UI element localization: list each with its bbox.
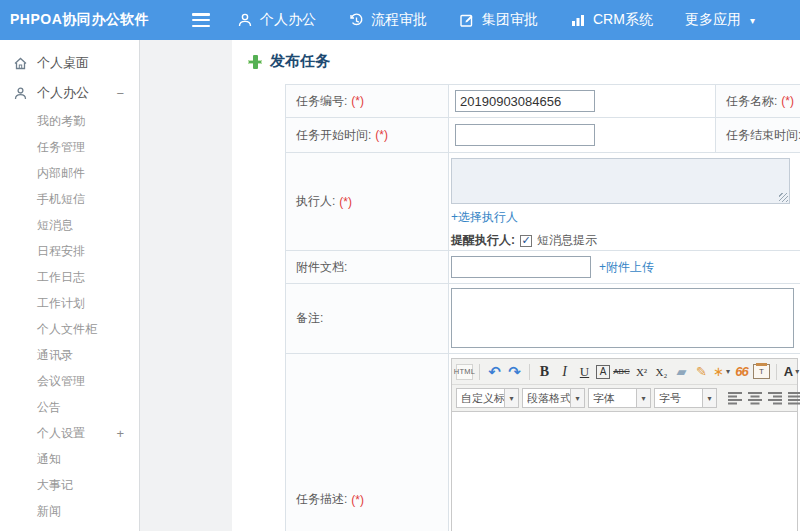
undo-icon[interactable]: ↶ [486,362,503,381]
app-logo: PHPOA协同办公软件 [10,0,149,40]
end-time-label: 任务结束时间:(*) [716,118,800,153]
task-description-label: 任务描述:(*) [286,354,449,531]
sms-remind-checkbox[interactable]: ✓ [520,235,532,247]
toolbar-separator [776,364,777,380]
editor-toolbar-row1: HTML ↶ ↷ B I U A ABC X² X₂ ▰ ✎ ∗▾ 66 T [452,359,797,385]
menu-toggle-icon[interactable] [192,13,210,27]
nav-group-approval[interactable]: 集团审批 [459,11,538,29]
blockquote-button[interactable]: 66 [733,362,750,381]
task-no-label: 任务编号:(*) [286,85,449,118]
sidebar-item-sms[interactable]: 手机短信 [0,186,139,212]
remove-format-eraser-icon[interactable]: ▰ [673,362,690,381]
sidebar-item-meeting-management[interactable]: 会议管理 [0,368,139,394]
sidebar-item-notice[interactable]: 通知 [0,446,139,472]
font-family-select[interactable]: 字体▾ [588,388,651,408]
chevron-down-icon: ▾ [504,389,518,407]
paste-text-icon[interactable]: T [753,364,770,379]
page-title: 发布任务 [248,52,330,71]
toolbar-separator [529,364,530,380]
add-plus-icon [248,55,262,69]
chevron-down-icon: ▾ [570,389,584,407]
home-icon [13,56,28,71]
sidebar-item-internal-mail[interactable]: 内部邮件 [0,160,139,186]
bold-button[interactable]: B [536,362,553,381]
remark-label: 备注: [286,284,449,354]
resize-grip-icon[interactable] [779,193,788,202]
task-no-cell [449,85,716,118]
task-no-input[interactable] [455,90,595,112]
remind-executor-label: 提醒执行人: [451,232,515,249]
expand-icon[interactable]: + [116,426,124,441]
remark-cell [449,284,800,354]
sidebar-item-work-plan[interactable]: 工作计划 [0,290,139,316]
chevron-down-icon: ▾ [702,389,716,407]
executor-textarea[interactable] [451,158,790,204]
align-right-icon[interactable] [768,391,784,405]
quick-format-wand-icon[interactable]: ∗▾ [713,362,730,381]
align-center-icon[interactable] [748,391,764,405]
remark-textarea[interactable] [451,288,794,348]
alignment-group [728,391,800,405]
start-time-input[interactable] [455,124,595,146]
sidebar-item-personal-office[interactable]: 个人办公 − [0,78,139,108]
sidebar-item-personal-files[interactable]: 个人文件柜 [0,316,139,342]
sidebar-item-personal-settings[interactable]: 个人设置 + [0,420,139,446]
sms-remind-label: 短消息提示 [537,232,597,249]
history-clock-icon [348,12,364,28]
sidebar-item-memorabilia[interactable]: 大事记 [0,472,139,498]
editor-content-area[interactable] [452,412,797,531]
collapse-icon[interactable]: − [116,86,124,101]
italic-button[interactable]: I [556,362,573,381]
sidebar-item-task-management[interactable]: 任务管理 [0,134,139,160]
executor-label: 执行人:(*) [286,153,449,251]
sidebar: 个人桌面 个人办公 − 我的考勤 任务管理 内部邮件 手机短信 短消息 日程安排… [0,40,140,531]
custom-title-select[interactable]: 自定义标题▾ [456,388,519,408]
start-time-cell [449,118,716,153]
sidebar-item-personal-desktop[interactable]: 个人桌面 [0,48,139,78]
publish-task-form: 任务编号:(*) 任务名称:(*) 任务开始时间:(*) 任务结束时间:(*) … [285,84,800,531]
html-source-button[interactable]: HTML [456,364,473,380]
choose-executor-link[interactable]: +选择执行人 [451,210,518,224]
superscript-button[interactable]: X² [633,362,650,381]
strikethrough-button[interactable]: ABC [613,362,630,381]
edit-icon [459,12,475,28]
page-title-text: 发布任务 [270,52,330,71]
nav-personal-office[interactable]: 个人办公 [237,11,316,29]
font-size-select[interactable]: 字号▾ [654,388,717,408]
sidebar-item-announcement[interactable]: 公告 [0,394,139,420]
attachment-cell: +附件上传 [449,251,800,284]
subscript-button[interactable]: X₂ [653,362,670,381]
sidebar-item-news[interactable]: 新闻 [0,498,139,524]
chevron-down-icon: ▾ [636,389,650,407]
topbar: PHPOA协同办公软件 个人办公 流程审批 集团审批 CRM系统 更多应用 ▾ [0,0,800,40]
user-icon [13,86,28,101]
align-justify-icon[interactable] [788,391,800,405]
main-content-panel: 发布任务 任务编号:(*) 任务名称:(*) 任务开始时间:(*) 任务结束时间… [232,40,800,531]
attachment-input[interactable] [451,256,591,278]
nav-crm-system[interactable]: CRM系统 [570,11,653,29]
font-attribute-button[interactable]: A [596,365,610,379]
rich-text-editor: HTML ↶ ↷ B I U A ABC X² X₂ ▰ ✎ ∗▾ 66 T [451,358,798,531]
task-name-label: 任务名称:(*) [716,85,800,118]
sidebar-item-work-log[interactable]: 工作日志 [0,264,139,290]
sidebar-item-contacts[interactable]: 通讯录 [0,342,139,368]
attachment-upload-link[interactable]: +附件上传 [599,259,654,276]
align-left-icon[interactable] [728,391,744,405]
sidebar-item-schedule[interactable]: 日程安排 [0,238,139,264]
top-navigation: 个人办公 流程审批 集团审批 CRM系统 更多应用 ▾ [237,0,755,40]
user-icon [237,12,253,28]
underline-button[interactable]: U [576,362,593,381]
executor-cell: +选择执行人 提醒执行人: ✓ 短消息提示 [449,153,800,251]
font-color-button[interactable]: A▾ [783,362,800,381]
paragraph-format-select[interactable]: 段落格式▾ [522,388,585,408]
task-description-cell: HTML ↶ ↷ B I U A ABC X² X₂ ▰ ✎ ∗▾ 66 T [449,354,800,531]
start-time-label: 任务开始时间:(*) [286,118,449,153]
nav-more-apps[interactable]: 更多应用 ▾ [685,11,755,29]
sidebar-item-short-message[interactable]: 短消息 [0,212,139,238]
bar-chart-icon [570,12,586,28]
format-brush-icon[interactable]: ✎ [693,362,710,381]
nav-workflow-approval[interactable]: 流程审批 [348,11,427,29]
toolbar-separator [479,364,480,380]
sidebar-item-my-attendance[interactable]: 我的考勤 [0,108,139,134]
redo-icon[interactable]: ↷ [506,362,523,381]
